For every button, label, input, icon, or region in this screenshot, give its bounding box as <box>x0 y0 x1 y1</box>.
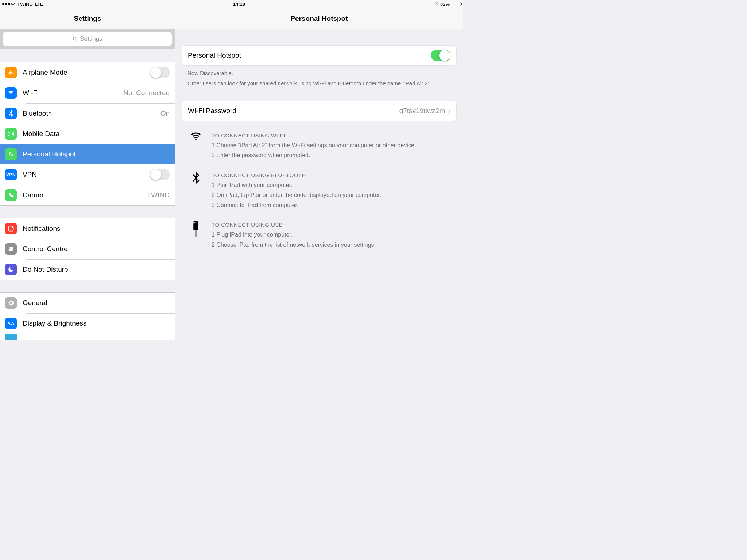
detail-pane: Personal Hotspot Now Discoverable. Other… <box>175 29 463 347</box>
status-bar: I WIND LTE 14:18 82% <box>0 0 463 8</box>
phone-icon <box>5 189 17 201</box>
sidebar-item-personal-hotspot[interactable]: Personal Hotspot <box>0 144 175 164</box>
sidebar-item-label: Notifications <box>23 225 170 233</box>
wifi-icon <box>5 87 17 99</box>
sidebar-item-label: Carrier <box>23 191 147 199</box>
bluetooth-icon <box>435 1 438 7</box>
instruction-title: TO CONNECT USING USB <box>212 221 450 229</box>
sidebar-item-value: Not Connected <box>123 89 170 97</box>
chevron-right-icon: › <box>448 106 450 115</box>
display-icon: AA <box>5 318 17 329</box>
instruction-line: 3 Connect to iPad from computer. <box>212 201 450 210</box>
sidebar-item-label: General <box>23 299 170 307</box>
vpn-icon: VPN <box>5 169 17 180</box>
svg-point-10 <box>195 139 197 140</box>
page-title: Personal Hotspot <box>175 8 463 29</box>
usb-icon <box>188 221 204 250</box>
svg-point-5 <box>12 226 13 228</box>
settings-sidebar[interactable]: Settings Airplane Mode Wi-Fi Not Connect… <box>0 29 175 347</box>
wifi-password-row[interactable]: Wi-Fi Password g7tsv19tiwz2m › <box>182 101 456 121</box>
hotspot-icon <box>5 148 17 160</box>
sidebar-item-label: VPN <box>23 171 150 179</box>
sidebar-item-label: Wi-Fi <box>23 89 123 97</box>
discoverable-title: Now Discoverable. <box>187 69 451 77</box>
sidebar-item-mobile-data[interactable]: Mobile Data <box>0 124 175 144</box>
battery-icon <box>452 2 461 6</box>
row-label: Personal Hotspot <box>188 51 431 59</box>
sidebar-item-label: Airplane Mode <box>23 69 150 77</box>
svg-rect-13 <box>196 222 197 223</box>
sidebar-item-do-not-disturb[interactable]: Do Not Disturb <box>0 259 175 280</box>
sidebar-item-carrier[interactable]: Carrier I WIND <box>0 185 175 205</box>
sidebar-item-label: Personal Hotspot <box>23 150 170 158</box>
sidebar-item-notifications[interactable]: Notifications <box>0 218 175 239</box>
row-label: Wi-Fi Password <box>188 107 399 115</box>
header-bar: Settings Personal Hotspot <box>0 8 463 29</box>
svg-point-0 <box>73 37 76 40</box>
wifi-icon <box>188 131 204 161</box>
sidebar-item-vpn[interactable]: VPN VPN <box>0 164 175 185</box>
personal-hotspot-row[interactable]: Personal Hotspot <box>182 46 456 65</box>
control-centre-icon <box>5 243 17 255</box>
personal-hotspot-toggle[interactable] <box>431 50 450 61</box>
sidebar-item-general[interactable]: General <box>0 293 175 313</box>
svg-point-9 <box>12 249 13 250</box>
instruction-title: TO CONNECT USING WI-FI <box>212 131 450 140</box>
svg-point-8 <box>9 247 10 248</box>
instruction-line: 2 On iPad, tap Pair or enter the code di… <box>212 190 450 200</box>
instruction-line: 2 Enter the password when prompted. <box>212 151 450 160</box>
signal-strength-icon <box>2 3 15 5</box>
antenna-icon <box>5 128 17 140</box>
sidebar-item-display-brightness[interactable]: AA Display & Brightness <box>0 313 175 334</box>
sidebar-item-airplane-mode[interactable]: Airplane Mode <box>0 62 175 83</box>
sidebar-item-control-centre[interactable]: Control Centre <box>0 239 175 259</box>
svg-rect-14 <box>193 224 198 230</box>
instructions-usb: TO CONNECT USING USB 1 Plug iPad into yo… <box>182 221 457 250</box>
instruction-line: 2 Choose iPad from the list of network s… <box>212 240 450 250</box>
sidebar-item-label: Bluetooth <box>23 109 160 117</box>
gear-icon <box>5 297 17 309</box>
sidebar-item-bluetooth[interactable]: Bluetooth On <box>0 103 175 124</box>
clock-label: 14:18 <box>233 1 245 7</box>
sidebar-item-value: On <box>160 109 170 117</box>
svg-rect-11 <box>194 221 198 224</box>
instruction-line: 1 Choose “iPad Air 2” from the Wi-Fi set… <box>212 141 450 150</box>
network-type-label: LTE <box>35 1 43 7</box>
notifications-icon <box>5 223 17 234</box>
partial-icon <box>5 334 17 340</box>
wifi-password-value: g7tsv19tiwz2m <box>399 107 445 115</box>
airplane-icon <box>5 67 17 78</box>
sidebar-item-wifi[interactable]: Wi-Fi Not Connected <box>0 83 175 103</box>
svg-rect-15 <box>196 230 197 237</box>
svg-rect-12 <box>195 222 196 223</box>
sidebar-title: Settings <box>0 8 175 29</box>
discoverable-body: Other users can look for your shared net… <box>187 79 451 88</box>
sidebar-item-label: Control Centre <box>23 245 170 253</box>
sidebar-item-partial[interactable] <box>0 334 175 340</box>
bluetooth-icon <box>5 108 17 119</box>
svg-line-1 <box>76 40 77 41</box>
sidebar-item-label: Mobile Data <box>23 130 170 138</box>
search-icon <box>72 36 78 42</box>
instructions-wifi: TO CONNECT USING WI-FI 1 Choose “iPad Ai… <box>182 131 457 161</box>
instruction-title: TO CONNECT USING BLUETOOTH <box>212 171 450 180</box>
battery-percent-label: 82% <box>440 1 450 7</box>
sidebar-item-label: Display & Brightness <box>23 319 170 327</box>
carrier-label: I WIND <box>18 1 33 7</box>
instruction-line: 1 Plug iPad into your computer. <box>212 230 450 240</box>
search-placeholder: Settings <box>80 35 102 43</box>
bluetooth-icon <box>188 171 204 211</box>
airplane-mode-toggle[interactable] <box>150 67 170 78</box>
vpn-toggle[interactable] <box>150 169 170 180</box>
moon-icon <box>5 264 17 275</box>
search-input[interactable]: Settings <box>3 32 172 46</box>
svg-point-2 <box>11 95 11 96</box>
sidebar-item-value: I WIND <box>147 191 170 199</box>
sidebar-item-label: Do Not Disturb <box>23 265 170 273</box>
instructions-bluetooth: TO CONNECT USING BLUETOOTH 1 Pair iPad w… <box>182 171 457 211</box>
instruction-line: 1 Pair iPad with your computer. <box>212 180 450 190</box>
